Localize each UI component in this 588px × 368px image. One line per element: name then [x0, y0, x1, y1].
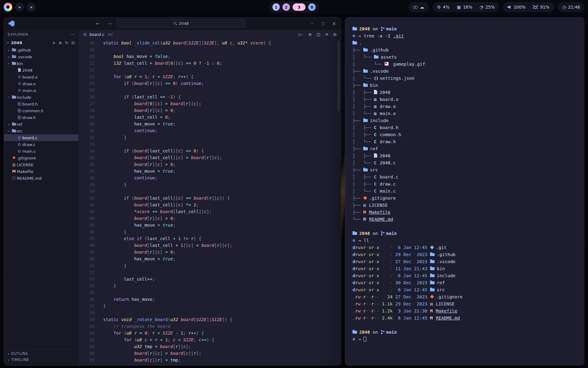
code-line-26[interactable]: 26 if (last_cell == -1) {: [79, 94, 341, 100]
code-editor[interactable]: 18static bool _slide_col(u32 board[SIZE]…: [79, 39, 341, 365]
code-line-42[interactable]: 42 board[last_cell][c] *= 2;: [79, 201, 341, 208]
weather-widget[interactable]: [409, 2, 428, 12]
code-line-48[interactable]: 48 board[last_cell + 1][c] = board[r][c]…: [79, 242, 341, 249]
terminal-cursor[interactable]: [364, 337, 366, 342]
system-stats-widget[interactable]: 4% 16% 25%: [433, 2, 499, 12]
media-previous-button[interactable]: [15, 3, 24, 11]
explorer-item-2048[interactable]: 2048: [4, 67, 78, 74]
code-line-57[interactable]: 57}: [79, 303, 341, 309]
tab-board-c[interactable]: board.c src: [83, 32, 113, 37]
chevron-right-icon[interactable]: [6, 122, 11, 127]
explorer-item-.gitignore[interactable]: .gitignore: [4, 155, 78, 161]
launcher-gear-logo-icon[interactable]: [4, 3, 12, 11]
navigate-back-icon[interactable]: [96, 21, 100, 26]
code-line-60[interactable]: 60 // transpose the board: [79, 323, 341, 330]
explorer-item-src[interactable]: src: [4, 128, 78, 134]
explorer-item-draw.c[interactable]: draw.c: [4, 141, 78, 148]
code-line-39[interactable]: 39 }: [79, 181, 341, 188]
explorer-item-draw.h[interactable]: draw.h: [4, 114, 78, 121]
sidebar-section-timeline[interactable]: TIMELINE: [4, 357, 78, 363]
code-line-31[interactable]: 31 continue;: [79, 127, 341, 134]
code-line-21[interactable]: 21 i32 last_cell = board[0][c] == 0 ? -1…: [79, 60, 341, 67]
code-line-47[interactable]: 47 else if (last_cell + 1 != r) {: [79, 235, 341, 242]
explorer-item-Makefile[interactable]: Makefile: [4, 168, 78, 175]
explorer-item-board.o[interactable]: board.o: [4, 74, 78, 80]
explorer-item-.github[interactable]: .github: [4, 47, 78, 53]
minimize-button[interactable]: [310, 21, 315, 26]
code-line-35[interactable]: 35 board[last_cell][c] = board[r][c];: [79, 154, 341, 161]
code-line-52[interactable]: 52: [79, 269, 341, 276]
chevron-down-icon[interactable]: [6, 61, 11, 66]
explorer-item-.vscode[interactable]: .vscode: [4, 53, 78, 60]
code-line-63[interactable]: 63 u32 tmp = board[r][c];: [79, 343, 341, 350]
code-line-27[interactable]: 27 board[0][c] = board[r][c];: [79, 100, 341, 107]
code-line-40[interactable]: 40: [79, 188, 341, 195]
code-line-50[interactable]: 50 has_move = true;: [79, 255, 341, 262]
code-line-55[interactable]: 55: [79, 289, 341, 296]
code-line-45[interactable]: 45 has_move = true;: [79, 222, 341, 228]
code-line-30[interactable]: 30 has_move = true;: [79, 121, 341, 127]
code-line-32[interactable]: 32 }: [79, 134, 341, 141]
terminal-window[interactable]: 2048 on main→ tree -a -I .git.├── .githu…: [345, 17, 584, 366]
code-line-18[interactable]: 18static bool _slide_col(u32 board[SIZE]…: [79, 40, 341, 46]
explorer-item-common.h[interactable]: common.h: [4, 107, 78, 114]
code-line-41[interactable]: 41 if (board[last_cell][c] == board[r][c…: [79, 195, 341, 201]
workspace-8[interactable]: 8: [308, 3, 316, 11]
explorer-item-ref[interactable]: ref: [4, 121, 78, 128]
code-line-33[interactable]: 33: [79, 141, 341, 148]
explorer-item-draw.o[interactable]: draw.o: [4, 80, 78, 87]
code-line-53[interactable]: 53 last_cell++;: [79, 276, 341, 282]
code-line-49[interactable]: 49 board[r][c] = 0;: [79, 249, 341, 255]
vscode-window[interactable]: 2048 EXPLORER ⋯ 2048 .github.vscodebin20…: [4, 17, 341, 366]
code-line-65[interactable]: 65 board[c][r] = tmp;: [79, 357, 341, 363]
maximize-button[interactable]: [321, 21, 326, 26]
code-line-22[interactable]: 22: [79, 67, 341, 73]
command-search-input[interactable]: 2048: [117, 19, 245, 28]
explorer-more-icon[interactable]: ⋯: [70, 32, 75, 37]
code-line-64[interactable]: 64 board[r][c] = board[c][r];: [79, 350, 341, 357]
chevron-down-icon[interactable]: [6, 95, 11, 100]
code-line-29[interactable]: 29 last_cell = 0;: [79, 114, 341, 121]
code-line-38[interactable]: 38 continue;: [79, 174, 341, 181]
close-button[interactable]: [332, 21, 337, 26]
explorer-item-board.h[interactable]: board.h: [4, 101, 78, 107]
code-line-34[interactable]: 34 if (board[last_cell][c] == 0) {: [79, 148, 341, 154]
explorer-item-README.md[interactable]: README.md: [4, 175, 78, 182]
code-line-62[interactable]: 62 for (u8 c = r + 1; c < SIZE; c++) {: [79, 336, 341, 343]
editor-scrollbar[interactable]: [337, 41, 340, 111]
chevron-right-icon[interactable]: [6, 55, 11, 59]
code-line-51[interactable]: 51 }: [79, 262, 341, 269]
explorer-item-main.o[interactable]: main.o: [4, 87, 78, 94]
code-line-56[interactable]: 56 return has_move;: [79, 296, 341, 303]
run-icon[interactable]: [299, 32, 303, 37]
collapse-icon[interactable]: [71, 40, 75, 45]
code-line-59[interactable]: 59static void _rotate_board(u32 board[SI…: [79, 316, 341, 323]
code-line-20[interactable]: 20 bool has_move = false;: [79, 53, 341, 60]
code-line-23[interactable]: 23 for (u8 r = 1; r < SIZE; r++) {: [79, 73, 341, 80]
code-line-61[interactable]: 61 for (u8 r = 0; r < SIZE - 1; r++) {: [79, 330, 341, 336]
explorer-item-main.c[interactable]: main.c: [4, 148, 78, 155]
code-line-43[interactable]: 43 *score += board[last_cell][c];: [79, 208, 341, 215]
close-icon[interactable]: [325, 32, 329, 37]
code-line-54[interactable]: 54 }: [79, 282, 341, 289]
explorer-item-bin[interactable]: bin: [4, 60, 78, 67]
gear-icon[interactable]: [308, 32, 312, 37]
new-folder-icon[interactable]: [58, 40, 62, 45]
chevron-down-icon[interactable]: [6, 129, 11, 133]
workspace-3[interactable]: 3: [293, 3, 306, 11]
new-file-icon[interactable]: [52, 40, 55, 45]
workspace-1[interactable]: 1: [273, 3, 280, 11]
code-line-19[interactable]: 19: [79, 46, 341, 53]
explorer-item-board.c[interactable]: board.c: [4, 134, 78, 141]
code-line-58[interactable]: 58: [79, 309, 341, 316]
navigate-forward-icon[interactable]: [108, 21, 112, 26]
code-line-36[interactable]: 36 board[r][c] = 0;: [79, 161, 341, 168]
code-line-28[interactable]: 28 board[r][c] = 0;: [79, 107, 341, 114]
explorer-item-include[interactable]: include: [4, 94, 78, 101]
media-next-button[interactable]: [27, 3, 36, 11]
workspace-2[interactable]: 2: [283, 3, 290, 11]
split-icon[interactable]: [316, 32, 320, 37]
code-line-46[interactable]: 46 }: [79, 228, 341, 235]
code-line-24[interactable]: 24 if (board[r][c] == 0) continue;: [79, 80, 341, 87]
explorer-item-LICENSE[interactable]: LICENSE: [4, 161, 78, 168]
